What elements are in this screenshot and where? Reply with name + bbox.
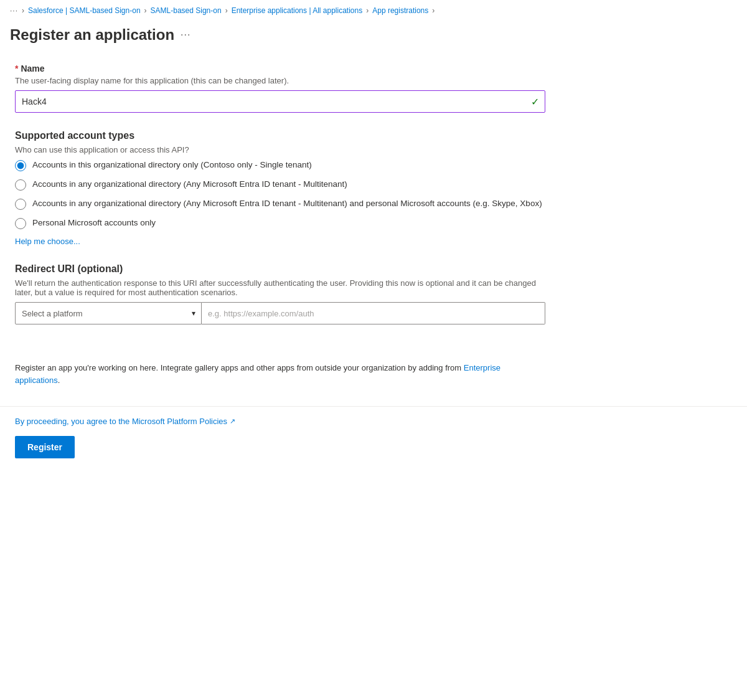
radio-option-3[interactable]: Accounts in any organizational directory… (15, 198, 545, 210)
bottom-note-text-before: Register an app you're working on here. … (15, 363, 464, 372)
page-more-options[interactable]: ··· (181, 29, 190, 40)
radio-label-4: Personal Microsoft accounts only (32, 217, 156, 229)
bottom-note-text-after: . (58, 376, 60, 385)
breadcrumb-dots[interactable]: ··· (10, 6, 18, 15)
account-types-description: Who can use this application or access t… (15, 145, 545, 154)
breadcrumb-item-0[interactable]: Salesforce | SAML-based Sign-on (28, 6, 141, 15)
breadcrumb-item-1[interactable]: SAML-based Sign-on (151, 6, 222, 15)
name-input[interactable] (15, 90, 545, 113)
name-field-description: The user-facing display name for this ap… (15, 76, 545, 85)
external-link-icon: ↗ (230, 417, 235, 425)
account-types-radio-group: Accounts in this organizational director… (15, 159, 545, 229)
redirect-uri-section: Redirect URI (optional) We'll return the… (15, 263, 545, 324)
radio-label-3: Accounts in any organizational directory… (32, 198, 542, 210)
breadcrumb-sep-1: › (144, 6, 147, 15)
redirect-uri-row: Select a platform Web Single-page applic… (15, 302, 545, 324)
radio-input-4[interactable] (15, 218, 26, 229)
radio-input-3[interactable] (15, 199, 26, 210)
required-star: * (15, 64, 18, 73)
account-types-heading: Supported account types (15, 130, 545, 141)
breadcrumb-sep-4: › (432, 6, 435, 15)
help-me-choose-link[interactable]: Help me choose... (15, 237, 80, 246)
radio-option-1[interactable]: Accounts in this organizational director… (15, 159, 545, 171)
policy-link-text: By proceeding, you agree to the Microsof… (15, 417, 227, 426)
register-button[interactable]: Register (15, 436, 75, 458)
radio-option-4[interactable]: Personal Microsoft accounts only (15, 217, 545, 229)
redirect-uri-input[interactable] (202, 302, 545, 324)
page-header: Register an application ··· (0, 21, 747, 54)
main-content: *Name The user-facing display name for t… (0, 54, 560, 396)
account-types-section: Supported account types Who can use this… (15, 130, 545, 246)
name-field-label: *Name (15, 64, 545, 73)
footer: By proceeding, you agree to the Microsof… (0, 406, 747, 468)
name-section: *Name The user-facing display name for t… (15, 64, 545, 113)
name-input-wrapper: ✓ (15, 90, 545, 113)
redirect-uri-heading: Redirect URI (optional) (15, 263, 545, 275)
radio-input-2[interactable] (15, 179, 26, 191)
radio-label-2: Accounts in any organizational directory… (32, 179, 347, 191)
breadcrumb-sep-2: › (225, 6, 228, 15)
checkmark-icon: ✓ (531, 96, 539, 108)
bottom-note: Register an app you're working on here. … (15, 362, 545, 386)
breadcrumb-sep-0: › (22, 6, 24, 15)
breadcrumb-item-2[interactable]: Enterprise applications | All applicatio… (232, 6, 363, 15)
breadcrumb-item-3[interactable]: App registrations (372, 6, 428, 15)
platform-select[interactable]: Select a platform Web Single-page applic… (15, 302, 202, 324)
redirect-uri-description: We'll return the authentication response… (15, 278, 545, 297)
platform-select-wrapper: Select a platform Web Single-page applic… (15, 302, 202, 324)
policy-link[interactable]: By proceeding, you agree to the Microsof… (15, 417, 732, 426)
radio-input-1[interactable] (15, 160, 26, 171)
breadcrumb-sep-3: › (366, 6, 369, 15)
page-title: Register an application (10, 26, 174, 44)
radio-option-2[interactable]: Accounts in any organizational directory… (15, 179, 545, 191)
radio-label-1: Accounts in this organizational director… (32, 159, 312, 171)
breadcrumb: ··· › Salesforce | SAML-based Sign-on › … (0, 0, 747, 21)
